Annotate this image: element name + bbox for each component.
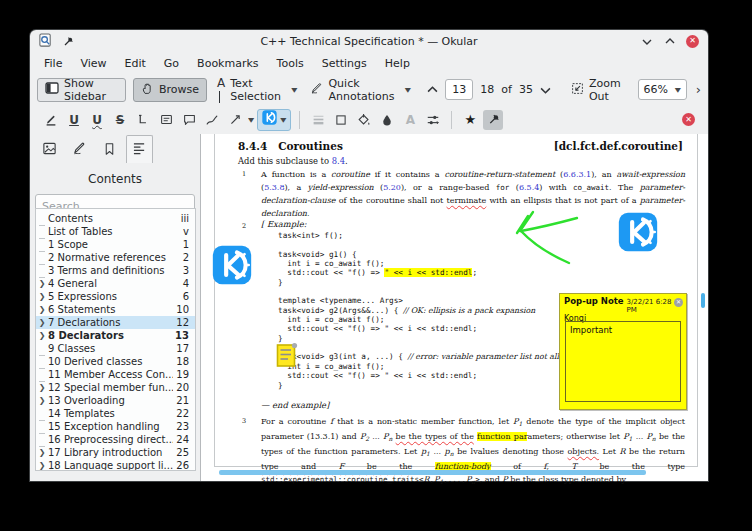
popup-note-text[interactable]: Important [565,321,681,402]
toc-row[interactable]: 16 Preprocessing direct...24 [36,433,195,446]
popup-note-annotation[interactable]: Pop-up Note 3/22/21 6:28 PM ✕ Konqi Impo… [559,293,687,410]
fill-color-icon[interactable] [354,110,374,130]
menu-help[interactable]: Help [376,55,419,72]
subclause-link[interactable]: 8.4 [332,156,345,166]
expander-icon[interactable]: ❯ [36,461,48,470]
toc-label: 16 Preprocessing direct... [48,434,173,445]
expander-icon[interactable]: ❯ [36,383,48,392]
quick-annotations-button[interactable]: Quick Annotations ▼ [307,78,414,102]
menu-edit[interactable]: Edit [116,55,155,72]
expander-icon[interactable]: ❯ [36,305,48,314]
green-ink-arrow-annotation[interactable] [495,206,581,274]
tab-bookmarks[interactable] [96,138,123,163]
expander-icon[interactable]: ❯ [36,448,48,457]
expander-icon[interactable]: ❯ [36,331,48,340]
close-annotation-toolbar-button[interactable]: ✕ [682,113,695,126]
toc-row[interactable]: ❯18 Language support li...26 [36,459,195,471]
expander-icon[interactable]: ❯ [36,279,48,288]
close-button[interactable]: ✕ [686,35,699,48]
subclause-line: Add this subclause to 8.4. [238,156,348,166]
arrow-dropdown-icon[interactable]: ▼ [248,116,254,123]
kde-stamp-annotation[interactable] [618,212,658,252]
inline-note-icon[interactable] [156,110,176,130]
toc-row[interactable]: ❯6 Statements10 [36,303,195,316]
expander-icon[interactable]: ❯ [36,318,48,327]
maximize-button[interactable] [663,34,677,48]
popup-note-icon[interactable] [179,110,199,130]
menu-view[interactable]: View [71,55,115,72]
highlighter-icon[interactable] [41,110,61,130]
font-icon[interactable]: A [400,110,420,130]
stamp-button[interactable]: ▼ [257,109,291,131]
tab-thumbnails[interactable] [36,138,63,163]
text-selection-button[interactable]: A Text Selection ▼ [214,78,300,102]
zoom-level-combobox[interactable]: 66% ▼ [638,79,687,100]
tab-contents[interactable] [126,135,153,163]
expander-icon[interactable]: ❯ [36,292,48,301]
stamp-dropdown-icon[interactable]: ▼ [280,116,286,123]
toc-label: 7 Declarations [48,317,173,328]
menu-tools[interactable]: Tools [268,55,313,72]
opacity-icon[interactable] [377,110,397,130]
toc-row[interactable]: ❯5 Expressions6 [36,290,195,303]
favorite-star-icon[interactable]: ★ [460,110,480,130]
toc-label: 13 Overloading [48,395,173,406]
freehand-icon[interactable] [202,110,222,130]
strikeout-icon[interactable]: S [110,110,130,130]
underline-icon[interactable]: U [64,110,84,130]
squiggle-icon[interactable]: U [87,110,107,130]
pin-icon[interactable] [483,110,503,130]
advanced-settings-icon[interactable] [423,110,443,130]
document-view[interactable]: 8.4.4 Coroutines [dcl.fct.def.coroutine]… [200,134,708,481]
menu-file[interactable]: File [35,55,71,72]
expander-icon[interactable]: ❯ [36,396,48,405]
shape-icon[interactable] [331,110,351,130]
toolbar-overflow-button[interactable]: › [696,82,701,97]
vertical-scrollbar-thumb[interactable] [701,293,705,308]
toc-row[interactable]: ❯13 Overloading21 [36,394,195,407]
toc-row[interactable]: List of Tablesv [36,225,195,238]
tab-annotations[interactable] [66,138,93,163]
toc-row[interactable]: 2 Normative references2 [36,251,195,264]
toc-row[interactable]: ❯12 Special member fun...20 [36,381,195,394]
page-position: 18 of 35 [480,83,533,96]
inline-note-annotation[interactable] [276,342,298,373]
toc-row[interactable]: ❯17 Library introduction25 [36,446,195,459]
typewriter-icon[interactable] [133,110,153,130]
text-selection-icon: A [217,76,225,104]
kde-stamp-annotation[interactable] [212,245,252,285]
toc-row[interactable]: 9 Classes17 [36,342,195,355]
toolbar-separator [299,111,300,129]
toc-row[interactable]: 14 Templates22 [36,407,195,420]
toc-label: List of Tables [48,226,180,237]
menu-go[interactable]: Go [155,55,188,72]
toc-row[interactable]: Contentsiii [36,212,195,225]
annotation-toolbar: U U S ▼ ▼ [30,105,708,134]
popup-note-timestamp: 3/22/21 6:28 PM [627,298,674,314]
minimize-button[interactable] [640,34,654,48]
toc-row[interactable]: 3 Terms and definitions3 [36,264,195,277]
quick-annotations-label: Quick Annotations [328,77,399,103]
toc-row[interactable]: 15 Exception handling23 [36,420,195,433]
toc-row[interactable]: ❯7 Declarations12 [36,316,195,329]
next-page-button[interactable] [540,83,551,97]
toc-row[interactable]: 10 Derived classes18 [36,355,195,368]
popup-note-close-icon[interactable]: ✕ [674,298,683,307]
toc-row[interactable]: 11 Member Access Con...19 [36,368,195,381]
previous-page-button[interactable] [427,83,438,97]
toc-row[interactable]: ❯4 General4 [36,277,195,290]
page-number-input[interactable]: 13 [445,79,473,100]
browse-button[interactable]: Browse [133,78,207,102]
arrow-icon[interactable] [225,110,245,130]
zoom-out-label: Zoom Out [589,77,628,103]
zoom-out-button[interactable]: Zoom Out [568,78,631,102]
toc-row[interactable]: ❯8 Declarators13 [36,329,195,342]
line-width-icon[interactable] [308,110,328,130]
menu-bookmarks[interactable]: Bookmarks [188,55,267,72]
horizontal-scrollbar-thumb[interactable] [219,470,646,475]
menu-settings[interactable]: Settings [313,55,376,72]
titlebar: C++ Technical Specification * — Okular ✕ [30,30,708,52]
toc-row[interactable]: 1 Scope1 [36,238,195,251]
content-area: Contents ContentsiiiList of Tablesv1 Sco… [30,134,708,481]
show-sidebar-button[interactable]: Show Sidebar [37,78,126,102]
